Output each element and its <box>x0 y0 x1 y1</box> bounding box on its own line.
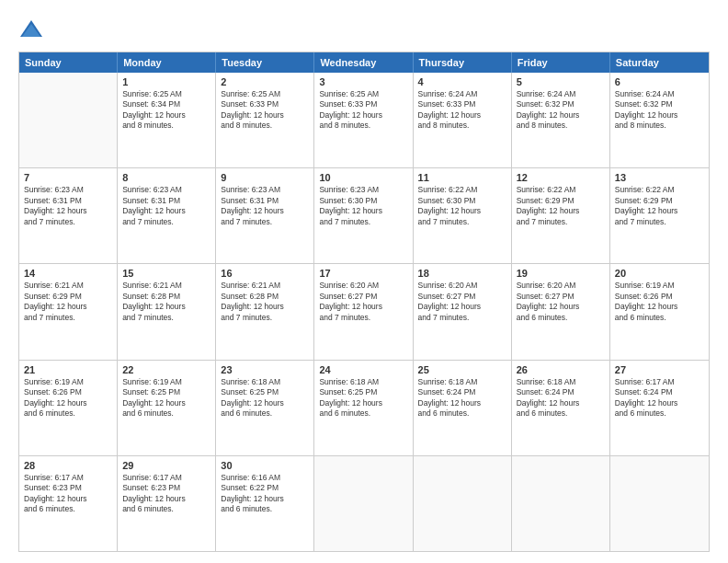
cell-info: Sunrise: 6:21 AM Sunset: 6:28 PM Dayligh… <box>221 281 309 323</box>
day-number: 16 <box>221 268 309 279</box>
calendar-body: 1Sunrise: 6:25 AM Sunset: 6:34 PM Daylig… <box>19 73 709 551</box>
cell-info: Sunrise: 6:25 AM Sunset: 6:33 PM Dayligh… <box>319 89 407 132</box>
cell-info: Sunrise: 6:20 AM Sunset: 6:27 PM Dayligh… <box>418 281 506 323</box>
day-header-wednesday: Wednesday <box>314 52 413 73</box>
calendar-cell: 15Sunrise: 6:21 AM Sunset: 6:28 PM Dayli… <box>118 264 216 359</box>
cell-info: Sunrise: 6:24 AM Sunset: 6:32 PM Dayligh… <box>517 89 605 132</box>
calendar-cell: 11Sunrise: 6:22 AM Sunset: 6:30 PM Dayli… <box>414 168 512 263</box>
cell-info: Sunrise: 6:19 AM Sunset: 6:25 PM Dayligh… <box>122 377 210 419</box>
calendar-cell: 24Sunrise: 6:18 AM Sunset: 6:25 PM Dayli… <box>314 361 413 455</box>
cell-info: Sunrise: 6:24 AM Sunset: 6:32 PM Dayligh… <box>615 89 704 132</box>
day-number: 29 <box>122 460 210 471</box>
calendar-page: SundayMondayTuesdayWednesdayThursdayFrid… <box>0 0 728 563</box>
day-number: 11 <box>418 172 506 183</box>
calendar-header: SundayMondayTuesdayWednesdayThursdayFrid… <box>19 52 709 73</box>
calendar-week-1: 1Sunrise: 6:25 AM Sunset: 6:34 PM Daylig… <box>19 73 709 167</box>
cell-info: Sunrise: 6:16 AM Sunset: 6:22 PM Dayligh… <box>221 473 309 515</box>
day-number: 22 <box>122 364 210 375</box>
calendar-cell: 9Sunrise: 6:23 AM Sunset: 6:31 PM Daylig… <box>216 168 314 263</box>
day-number: 1 <box>122 76 210 87</box>
cell-info: Sunrise: 6:17 AM Sunset: 6:23 PM Dayligh… <box>122 473 210 515</box>
day-number: 4 <box>418 76 506 87</box>
calendar-cell: 30Sunrise: 6:16 AM Sunset: 6:22 PM Dayli… <box>216 456 314 551</box>
calendar-cell: 10Sunrise: 6:23 AM Sunset: 6:30 PM Dayli… <box>314 168 413 263</box>
calendar-cell <box>610 456 709 551</box>
calendar-cell: 13Sunrise: 6:22 AM Sunset: 6:29 PM Dayli… <box>610 168 709 263</box>
page-header <box>18 17 710 42</box>
cell-info: Sunrise: 6:23 AM Sunset: 6:31 PM Dayligh… <box>24 185 112 227</box>
calendar-cell <box>314 456 413 551</box>
day-number: 20 <box>615 268 704 279</box>
day-number: 30 <box>221 460 309 471</box>
cell-info: Sunrise: 6:22 AM Sunset: 6:29 PM Dayligh… <box>517 185 605 227</box>
calendar-cell: 4Sunrise: 6:24 AM Sunset: 6:33 PM Daylig… <box>414 73 512 167</box>
calendar-cell: 1Sunrise: 6:25 AM Sunset: 6:34 PM Daylig… <box>118 73 216 167</box>
calendar-cell: 28Sunrise: 6:17 AM Sunset: 6:23 PM Dayli… <box>19 456 118 551</box>
day-number: 25 <box>418 364 506 375</box>
cell-info: Sunrise: 6:25 AM Sunset: 6:34 PM Dayligh… <box>122 89 210 132</box>
day-header-sunday: Sunday <box>19 52 118 73</box>
day-number: 18 <box>418 268 506 279</box>
cell-info: Sunrise: 6:23 AM Sunset: 6:31 PM Dayligh… <box>221 185 309 227</box>
cell-info: Sunrise: 6:21 AM Sunset: 6:28 PM Dayligh… <box>122 281 210 323</box>
calendar-week-2: 7Sunrise: 6:23 AM Sunset: 6:31 PM Daylig… <box>19 167 709 263</box>
logo <box>18 17 48 42</box>
calendar-cell: 26Sunrise: 6:18 AM Sunset: 6:24 PM Dayli… <box>512 361 610 455</box>
calendar-cell: 23Sunrise: 6:18 AM Sunset: 6:25 PM Dayli… <box>216 361 314 455</box>
calendar-cell: 6Sunrise: 6:24 AM Sunset: 6:32 PM Daylig… <box>610 73 709 167</box>
day-number: 23 <box>221 364 309 375</box>
calendar-cell: 5Sunrise: 6:24 AM Sunset: 6:32 PM Daylig… <box>512 73 610 167</box>
calendar-cell: 14Sunrise: 6:21 AM Sunset: 6:29 PM Dayli… <box>19 264 118 359</box>
calendar-week-3: 14Sunrise: 6:21 AM Sunset: 6:29 PM Dayli… <box>19 263 709 359</box>
calendar-cell: 25Sunrise: 6:18 AM Sunset: 6:24 PM Dayli… <box>414 361 512 455</box>
cell-info: Sunrise: 6:22 AM Sunset: 6:29 PM Dayligh… <box>615 185 704 227</box>
cell-info: Sunrise: 6:17 AM Sunset: 6:23 PM Dayligh… <box>24 473 112 515</box>
day-number: 14 <box>24 268 112 279</box>
cell-info: Sunrise: 6:17 AM Sunset: 6:24 PM Dayligh… <box>615 377 704 419</box>
day-number: 10 <box>319 172 407 183</box>
cell-info: Sunrise: 6:19 AM Sunset: 6:26 PM Dayligh… <box>24 377 112 419</box>
day-number: 9 <box>221 172 309 183</box>
calendar-cell: 2Sunrise: 6:25 AM Sunset: 6:33 PM Daylig… <box>216 73 314 167</box>
calendar: SundayMondayTuesdayWednesdayThursdayFrid… <box>18 52 710 552</box>
day-number: 5 <box>517 76 605 87</box>
day-number: 17 <box>319 268 407 279</box>
cell-info: Sunrise: 6:25 AM Sunset: 6:33 PM Dayligh… <box>221 89 309 132</box>
cell-info: Sunrise: 6:20 AM Sunset: 6:27 PM Dayligh… <box>319 281 407 323</box>
calendar-cell: 16Sunrise: 6:21 AM Sunset: 6:28 PM Dayli… <box>216 264 314 359</box>
calendar-cell: 29Sunrise: 6:17 AM Sunset: 6:23 PM Dayli… <box>118 456 216 551</box>
day-number: 19 <box>517 268 605 279</box>
day-header-thursday: Thursday <box>414 52 512 73</box>
cell-info: Sunrise: 6:20 AM Sunset: 6:27 PM Dayligh… <box>517 281 605 323</box>
calendar-cell: 21Sunrise: 6:19 AM Sunset: 6:26 PM Dayli… <box>19 361 118 455</box>
day-number: 2 <box>221 76 309 87</box>
cell-info: Sunrise: 6:23 AM Sunset: 6:31 PM Dayligh… <box>122 185 210 227</box>
calendar-cell: 17Sunrise: 6:20 AM Sunset: 6:27 PM Dayli… <box>314 264 413 359</box>
day-header-monday: Monday <box>118 52 216 73</box>
calendar-cell: 20Sunrise: 6:19 AM Sunset: 6:26 PM Dayli… <box>610 264 709 359</box>
calendar-cell <box>414 456 512 551</box>
cell-info: Sunrise: 6:21 AM Sunset: 6:29 PM Dayligh… <box>24 281 112 323</box>
day-header-tuesday: Tuesday <box>216 52 314 73</box>
cell-info: Sunrise: 6:18 AM Sunset: 6:25 PM Dayligh… <box>319 377 407 419</box>
day-number: 28 <box>24 460 112 471</box>
cell-info: Sunrise: 6:18 AM Sunset: 6:24 PM Dayligh… <box>418 377 506 419</box>
calendar-cell: 12Sunrise: 6:22 AM Sunset: 6:29 PM Dayli… <box>512 168 610 263</box>
calendar-cell: 7Sunrise: 6:23 AM Sunset: 6:31 PM Daylig… <box>19 168 118 263</box>
calendar-cell: 19Sunrise: 6:20 AM Sunset: 6:27 PM Dayli… <box>512 264 610 359</box>
calendar-cell <box>19 73 118 167</box>
calendar-cell: 8Sunrise: 6:23 AM Sunset: 6:31 PM Daylig… <box>118 168 216 263</box>
calendar-cell: 27Sunrise: 6:17 AM Sunset: 6:24 PM Dayli… <box>610 361 709 455</box>
day-number: 24 <box>319 364 407 375</box>
calendar-cell: 22Sunrise: 6:19 AM Sunset: 6:25 PM Dayli… <box>118 361 216 455</box>
calendar-cell <box>512 456 610 551</box>
calendar-cell: 3Sunrise: 6:25 AM Sunset: 6:33 PM Daylig… <box>314 73 413 167</box>
calendar-cell: 18Sunrise: 6:20 AM Sunset: 6:27 PM Dayli… <box>414 264 512 359</box>
day-header-friday: Friday <box>512 52 610 73</box>
cell-info: Sunrise: 6:23 AM Sunset: 6:30 PM Dayligh… <box>319 185 407 227</box>
day-number: 7 <box>24 172 112 183</box>
day-number: 3 <box>319 76 407 87</box>
logo-icon <box>18 17 44 42</box>
cell-info: Sunrise: 6:22 AM Sunset: 6:30 PM Dayligh… <box>418 185 506 227</box>
day-number: 15 <box>122 268 210 279</box>
